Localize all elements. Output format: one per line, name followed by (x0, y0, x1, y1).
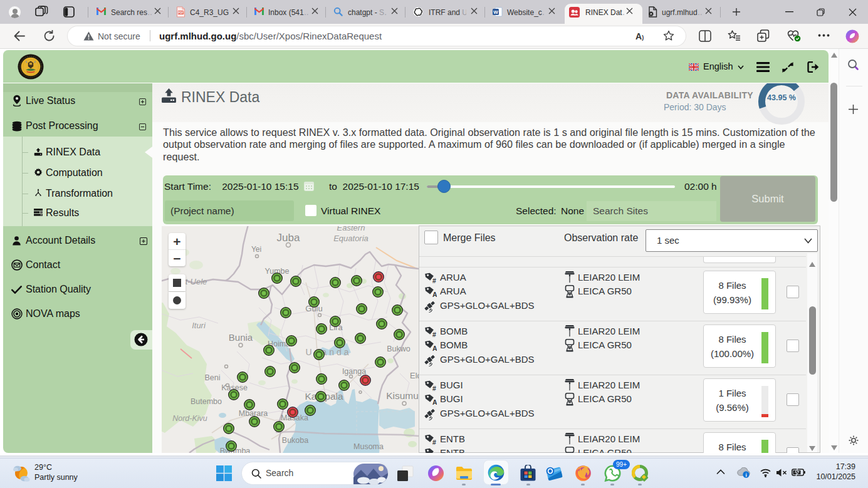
svg-text:Juba: Juba (277, 232, 300, 244)
svg-text:Iganga: Iganga (342, 367, 366, 376)
svg-text:#: # (432, 385, 436, 392)
svg-text:Bukoba: Bukoba (282, 436, 308, 445)
svg-text:A: A (432, 345, 437, 351)
svg-text:A: A (432, 452, 437, 453)
svg-text:Butembo: Butembo (191, 397, 222, 406)
svg-text:PDF: PDF (178, 11, 184, 14)
svg-text:t-Uele: t-Uele (186, 277, 207, 286)
svg-text:#: # (432, 277, 436, 284)
svg-text:Yei: Yei (251, 245, 261, 254)
svg-text:Bukwo: Bukwo (387, 345, 410, 353)
svg-text:Bunia: Bunia (229, 332, 253, 343)
svg-text:Ituri: Ituri (192, 321, 206, 330)
svg-text:Eastern: Eastern (337, 226, 365, 232)
svg-text:A: A (432, 291, 437, 298)
svg-text:Musoma: Musoma (353, 442, 384, 451)
svg-text:Nord-Kivu: Nord-Kivu (172, 414, 207, 423)
svg-text:#: # (432, 331, 436, 338)
svg-text:Beni: Beni (204, 373, 220, 382)
svg-text:Equatoria: Equatoria (333, 234, 369, 243)
svg-text:Eldo: Eldo (410, 371, 419, 380)
svg-text:Kisumu: Kisumu (386, 390, 419, 401)
svg-text:Uganda: Uganda (305, 347, 351, 357)
svg-text:A: A (432, 398, 437, 405)
svg-text:W: W (493, 9, 498, 15)
svg-text:#: # (432, 439, 436, 445)
